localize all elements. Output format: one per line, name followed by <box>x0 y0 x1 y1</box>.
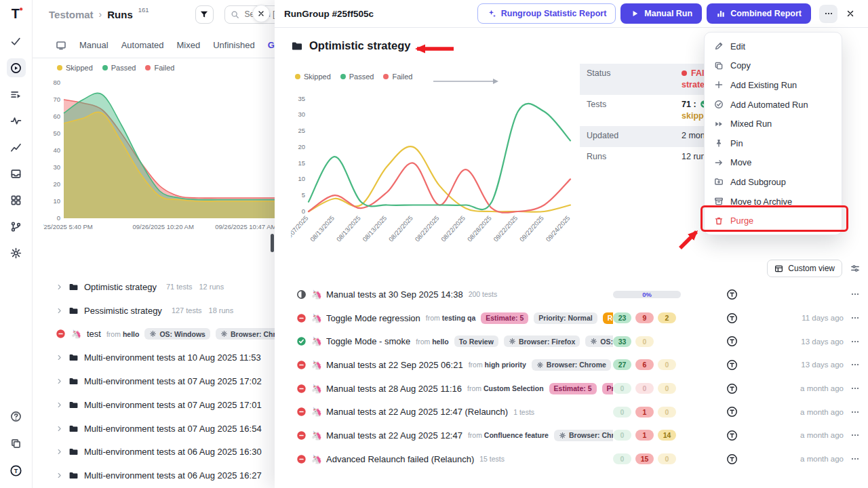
group-chart-legend: SkippedPassedFailed <box>295 73 412 81</box>
tab-unfinished[interactable]: Unfinished <box>213 40 254 50</box>
scrollbar-thumb[interactable] <box>271 234 274 252</box>
chevron-right-icon <box>56 283 63 291</box>
run-group-row[interactable]: Multi-environment tests at 06 Aug 2025 1… <box>33 464 275 487</box>
row-menu-button[interactable] <box>844 289 860 299</box>
menu-item-pin[interactable]: Pin <box>705 134 842 153</box>
row-menu-button[interactable] <box>844 407 860 417</box>
run-name: test <box>87 329 101 339</box>
legend-item-passed[interactable]: Passed <box>102 64 136 72</box>
runs-board-icon[interactable] <box>56 40 66 51</box>
tab-automated[interactable]: Automated <box>121 40 164 50</box>
run-group-row[interactable]: Multi-environment tests at 10 Aug 2025 1… <box>33 346 275 369</box>
table-row[interactable]: 🦄Manual tests at 28 Aug 2025 11:16from C… <box>275 377 868 401</box>
sidebar-item-imports[interactable] <box>7 164 26 183</box>
public-report-zone <box>681 289 783 300</box>
sidebar-item-analytics[interactable] <box>7 111 26 130</box>
run-emoji: 🦄 <box>311 336 325 346</box>
sidebar-item-account[interactable]: T <box>7 461 26 480</box>
chevron-right-icon <box>56 378 63 385</box>
tab-manual[interactable]: Manual <box>79 40 108 50</box>
sidebar-item-help[interactable] <box>7 407 26 426</box>
row-menu-button[interactable] <box>844 360 860 369</box>
svg-text:08/22/2025: 08/22/2025 <box>387 214 414 243</box>
gear-icon <box>220 330 228 338</box>
legend-item-skipped[interactable]: Skipped <box>57 64 93 72</box>
run-group-row[interactable]: Optimistic strategy71 tests12 runs <box>33 275 275 299</box>
menu-item-purge[interactable]: Purge <box>705 211 842 230</box>
legend-item-failed[interactable]: Failed <box>383 73 412 81</box>
menu-item-label: Add Automated Run <box>730 100 808 110</box>
combined-report-button[interactable]: Combined Report <box>707 3 811 24</box>
tag-badge-label: OS: Windows <box>159 330 205 338</box>
drawer-edge-close-button[interactable] <box>252 5 270 22</box>
drawer-close-button[interactable] <box>842 5 859 22</box>
menu-item-add-automated-run[interactable]: Add Automated Run <box>705 95 842 115</box>
manual-run-button[interactable]: Manual Run <box>620 3 702 24</box>
run-group-row[interactable]: Multi-environment tests at 07 Aug 2025 1… <box>33 417 275 441</box>
runs-header: Testomat › Runs 161 <box>33 0 275 28</box>
testomat-logo-icon[interactable]: T <box>9 6 24 21</box>
run-counts: 0114 <box>613 430 681 441</box>
svg-text:08/22/2025: 08/22/2025 <box>413 214 440 243</box>
sidebar-item-tests[interactable] <box>7 32 26 51</box>
sidebar-item-dashboards[interactable] <box>7 190 26 209</box>
filter-button[interactable] <box>195 5 214 24</box>
legend-item-passed[interactable]: Passed <box>340 73 374 81</box>
group-name: Optimistic strategy <box>309 39 410 52</box>
svg-text:09/26/2025 10:47 AM: 09/26/2025 10:47 AM <box>215 223 275 230</box>
run-row[interactable]: 🦄testfrom helloOS: WindowsBrowser: Chrom… <box>33 323 275 346</box>
public-report-icon <box>726 312 738 324</box>
table-row[interactable]: 🦄Manual tests at 30 Sep 2025 14:38200 te… <box>275 283 868 306</box>
run-group-row[interactable]: Multi-environment tests at 07 Aug 2025 1… <box>33 393 275 417</box>
fail-count-badge: 6 <box>635 359 654 370</box>
menu-item-add-subgroup[interactable]: Add Subgroup <box>705 172 842 192</box>
chart-bars-icon <box>716 9 726 18</box>
failed-status-icon <box>296 360 307 370</box>
run-emoji: 🦄 <box>311 289 325 300</box>
row-menu-button[interactable] <box>844 454 860 464</box>
run-group-row[interactable]: Pessimistic strategy127 tests18 runs <box>33 299 275 323</box>
table-row[interactable]: 🦄Toggle Mode - smokefrom helloTo ReviewB… <box>275 329 868 353</box>
menu-item-edit[interactable]: Edit <box>705 37 842 56</box>
table-row[interactable]: 🦄Manual tests at 22 Aug 2025 12:47 (Rela… <box>275 400 868 424</box>
tag-badge-label: Estimate: 5 <box>486 314 524 322</box>
menu-item-mixed-run[interactable]: Mixed Run <box>705 114 842 134</box>
table-row[interactable]: 🦄Advanced Relaunch failed (Relaunch)15 t… <box>275 447 868 471</box>
sidebar-item-branches[interactable] <box>7 217 26 236</box>
legend-item-skipped[interactable]: Skipped <box>295 73 331 81</box>
sidebar-item-runs[interactable] <box>7 58 26 77</box>
menu-item-move-to-archive[interactable]: Move to Archive <box>705 192 842 211</box>
svg-text:T: T <box>11 6 19 21</box>
menu-item-move[interactable]: Move <box>705 153 842 173</box>
rungroup-statistic-report-button[interactable]: Rungroup Statistic Report <box>477 3 616 24</box>
more-actions-button[interactable] <box>819 5 837 23</box>
failed-status-icon <box>296 430 307 441</box>
run-group-row[interactable]: Multi-environment tests at 06 Aug 2025 1… <box>33 441 275 464</box>
table-row[interactable]: 🦄Manual tests at 22 Sep 2025 06:21from h… <box>275 353 868 377</box>
row-menu-button[interactable] <box>844 430 860 440</box>
tag-badge: Estimate: 5 <box>481 312 528 324</box>
custom-view-button[interactable]: Custom view <box>767 260 842 277</box>
sidebar-item-reports[interactable] <box>7 138 26 157</box>
sidebar-item-settings[interactable] <box>7 243 26 262</box>
breadcrumb-app[interactable]: Testomat <box>49 9 94 20</box>
sidebar-item-plans[interactable] <box>7 85 26 104</box>
row-menu-button[interactable] <box>844 313 860 323</box>
menu-item-add-existing-run[interactable]: Add Existing Run <box>705 75 842 95</box>
tab-mixed[interactable]: Mixed <box>177 40 201 50</box>
tag-badge: Browser: Chrome <box>216 328 275 340</box>
search-icon <box>231 10 239 19</box>
row-menu-button[interactable] <box>844 384 860 393</box>
menu-item-copy[interactable]: Copy <box>705 56 842 76</box>
table-row[interactable]: 🦄Manual tests at 22 Aug 2025 12:47from C… <box>275 424 868 447</box>
sliders-icon[interactable] <box>850 264 860 273</box>
row-menu-button[interactable] <box>844 337 860 346</box>
legend-label: Passed <box>111 64 136 72</box>
table-row[interactable]: 🦄Toggle Mode regressionfrom testing qaEs… <box>275 306 868 330</box>
primary-sidebar: T T <box>0 0 33 488</box>
tab-groups[interactable]: Groups <box>268 40 275 50</box>
ellipsis-icon <box>850 384 860 393</box>
sidebar-item-docs[interactable] <box>7 434 26 453</box>
legend-item-failed[interactable]: Failed <box>145 64 174 72</box>
run-group-row[interactable]: Multi-environment tests at 07 Aug 2025 1… <box>33 369 275 393</box>
